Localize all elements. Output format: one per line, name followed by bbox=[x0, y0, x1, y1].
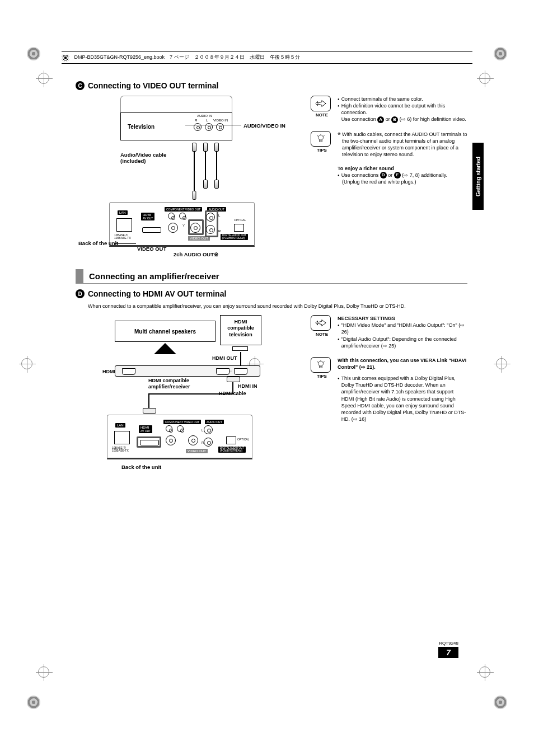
plug-icon bbox=[192, 143, 196, 152]
viera-link-heading: With this connection, you can use VIERA … bbox=[338, 357, 467, 370]
diagram-c: Television AUDIO IN R L VIDEO IN AUDIO/V… bbox=[76, 96, 299, 252]
audio-out-label: 2ch AUDIO OUT※ bbox=[174, 251, 218, 257]
page: DMP-BD35GT&GN-RQT9256_eng.book 7 ページ ２００… bbox=[0, 0, 534, 756]
jack-icon bbox=[204, 438, 213, 447]
digital-chip: DIGITAL AUDIO OUT(PCM/BITSTREAM) bbox=[221, 234, 248, 240]
necessary-settings: NECESSARY SETTINGS bbox=[338, 315, 467, 322]
svg-rect-6 bbox=[320, 366, 322, 368]
hdmi-in2-label: HDMI IN bbox=[238, 383, 257, 389]
print-header: DMP-BD35GT&GN-RQT9256_eng.book 7 ページ ２００… bbox=[62, 51, 472, 64]
jack-icon bbox=[166, 425, 172, 432]
svg-point-0 bbox=[318, 135, 324, 140]
jack-icon bbox=[177, 425, 184, 432]
target-icon bbox=[62, 54, 69, 62]
plug-icon bbox=[214, 180, 219, 189]
note-icon bbox=[311, 96, 331, 111]
section-c-title: Connecting to VIDEO OUT terminal bbox=[88, 81, 218, 90]
reg-mark-icon bbox=[479, 666, 496, 683]
hdmi-chip: HDMIAV OUT bbox=[139, 425, 152, 433]
section-d-title: Connecting to HDMI AV OUT terminal bbox=[88, 289, 226, 298]
cable-label: Audio/Video cable (included) bbox=[120, 152, 166, 164]
jack-icon bbox=[168, 213, 175, 219]
svg-line-2 bbox=[317, 135, 318, 137]
basetx-label: 10BASE-T/100BASE-TX bbox=[114, 234, 131, 240]
richer-heading: To enjoy a richer sound bbox=[338, 165, 467, 172]
jack-icon bbox=[188, 435, 198, 445]
reg-mark-icon bbox=[494, 696, 507, 709]
back-label: Back of the unit bbox=[78, 240, 118, 246]
audio-l-jack bbox=[206, 213, 215, 222]
amplifier-box: ○ bbox=[115, 365, 260, 377]
svg-line-3 bbox=[324, 135, 325, 137]
speakers-label: Multi channel speakers bbox=[134, 328, 196, 335]
optical-label: OPTICAL bbox=[234, 218, 246, 222]
header-text: DMP-BD35GT&GN-RQT9256_eng.book 7 ページ ２００… bbox=[74, 54, 300, 60]
reg-mark-icon bbox=[496, 358, 513, 375]
reg-mark-icon bbox=[21, 358, 38, 375]
note-icon bbox=[311, 315, 331, 331]
optical-port-icon bbox=[226, 436, 236, 444]
svg-rect-1 bbox=[320, 140, 322, 142]
svg-line-7 bbox=[317, 361, 318, 363]
optical-port-icon bbox=[234, 224, 244, 232]
page-number: 7 bbox=[438, 647, 458, 658]
label-r: R bbox=[195, 119, 197, 122]
section-label-c: C bbox=[76, 81, 85, 90]
page-footer: RQT9248 7 bbox=[438, 641, 458, 658]
back-panel: LAN 10BASE-T/100BASE-TX HDMIAV OUT COMPO… bbox=[109, 202, 255, 247]
tips-icon bbox=[311, 131, 331, 147]
side-tab: Getting started bbox=[472, 143, 484, 210]
amp-label: HDMI compatibleamplifier/receiver bbox=[148, 378, 190, 390]
plug-icon bbox=[214, 143, 219, 152]
reg-mark-icon bbox=[494, 47, 507, 60]
tips-callout: TIPS With this connection, you can use V… bbox=[311, 357, 467, 422]
section-c-heading: C Connecting to VIDEO OUT terminal bbox=[76, 81, 467, 90]
doc-code: RQT9248 bbox=[438, 641, 458, 646]
jack-icon bbox=[179, 213, 186, 219]
tips-callout: TIPS ※With audio cables, connect the AUD… bbox=[311, 131, 467, 185]
back-label: Back of the unit bbox=[121, 464, 161, 470]
audio-r-jack bbox=[206, 225, 215, 234]
reg-mark-icon bbox=[38, 666, 55, 683]
section-label-d: D bbox=[76, 289, 85, 298]
video-in-label: VIDEO IN bbox=[213, 119, 228, 122]
amp-section-heading: Connecting an amplifier/receiver bbox=[76, 269, 467, 284]
audio-video-in: AUDIO/VIDEO IN bbox=[243, 123, 285, 129]
back-panel: LAN 10BASE-T/100BASE-TX HDMIAV OUT COMPO… bbox=[107, 415, 252, 459]
lan-chip: LAN bbox=[118, 210, 128, 215]
y-label: Y bbox=[182, 224, 185, 227]
jack-icon bbox=[168, 223, 178, 233]
lan-chip: LAN bbox=[115, 423, 125, 428]
plug-icon bbox=[193, 191, 196, 200]
tv-box: Television AUDIO IN R L VIDEO IN bbox=[120, 112, 232, 140]
svg-point-5 bbox=[318, 361, 324, 366]
jack-icon bbox=[166, 435, 176, 445]
lan-port-icon bbox=[114, 431, 130, 444]
hdmi-port-icon bbox=[142, 227, 161, 233]
audio-in-label: AUDIO IN bbox=[197, 114, 212, 118]
note-callout: NOTE NECESSARY SETTINGS "HDMI Video Mode… bbox=[311, 315, 467, 349]
reg-mark-icon bbox=[27, 696, 40, 709]
lan-port-icon bbox=[116, 218, 132, 232]
note-callout: NOTE Connect terminals of the same color… bbox=[311, 96, 467, 123]
video-out-label: VIDEO OUT bbox=[137, 246, 166, 252]
reg-mark-icon bbox=[27, 47, 40, 60]
video-out-jack bbox=[190, 223, 200, 233]
reg-mark-icon bbox=[38, 73, 55, 90]
hdmi-plug-icon bbox=[143, 408, 156, 414]
svg-line-8 bbox=[324, 361, 325, 363]
arrow-up-icon bbox=[154, 343, 176, 354]
plug-icon bbox=[203, 180, 208, 189]
section-d-subtitle: When connected to a compatible amplifier… bbox=[88, 303, 467, 309]
hdmi-out-label: HDMI OUT bbox=[212, 355, 237, 361]
label-l: L bbox=[206, 119, 208, 122]
hdmi-chip: HDMIAV OUT bbox=[141, 213, 154, 220]
plug-icon bbox=[203, 143, 208, 152]
content-area: C Connecting to VIDEO OUT terminal Telev… bbox=[76, 81, 467, 472]
tips-icon bbox=[311, 357, 331, 373]
diagram-d: Multi channel speakers HDMI compatible t… bbox=[76, 315, 299, 472]
component-chip: COMPONENT VIDEO OUT bbox=[165, 207, 202, 212]
hdmi-plug-icon bbox=[227, 377, 240, 382]
section-d-heading: D Connecting to HDMI AV OUT terminal bbox=[76, 289, 467, 298]
reg-mark-icon bbox=[479, 73, 496, 90]
